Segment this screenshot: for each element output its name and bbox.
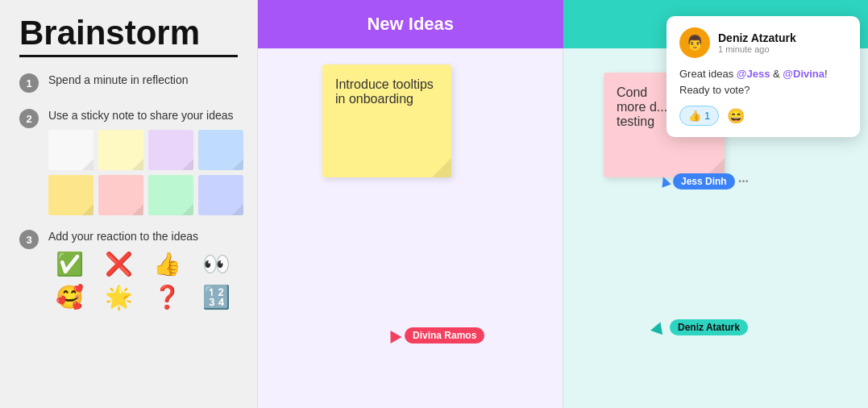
reaction-eyes[interactable]: 👀 — [195, 251, 238, 277]
step-1-number: 1 — [19, 73, 39, 93]
step-2-number: 2 — [19, 109, 39, 128]
column-header-new-ideas: New Ideas — [258, 0, 563, 48]
reaction-count: 1 — [704, 110, 710, 122]
cursor-jess: Jess Dinh ··· — [660, 173, 749, 189]
cursor-badge-jess: Jess Dinh — [673, 173, 735, 189]
cursor-divina: Divina Ramos — [387, 327, 484, 343]
sticky-introduce-tooltips[interactable]: Introduce tooltips in onboarding — [322, 65, 451, 177]
mention-jess: @Jess — [737, 68, 770, 80]
cursor-deniz: Deniz Ataturk — [652, 319, 748, 335]
notif-user-info: Deniz Atzaturk 1 minute ago — [718, 31, 847, 54]
step-2-content: Use a sticky note to share your ideas — [48, 109, 243, 215]
notif-header: 👨 Deniz Atzaturk 1 minute ago — [679, 27, 847, 58]
notif-username: Deniz Atzaturk — [718, 31, 847, 44]
steps-list: 1 Spend a minute in reflection 2 Use a s… — [19, 73, 238, 310]
sticky-mini-yellow[interactable] — [98, 130, 143, 170]
step-3-label: Add your reaction to the ideas — [48, 230, 238, 243]
sticky-mini-orange[interactable] — [48, 175, 93, 215]
cursor-arrow-divina — [385, 327, 402, 343]
reactions-grid: ✅ ❌ 👍 👀 🥰 🌟 ❓ 🔢 — [48, 251, 238, 310]
cursor-arrow-deniz — [650, 320, 667, 335]
mention-divina: @Divina — [783, 68, 824, 80]
column-new-ideas: Introduce tooltips in onboarding Divina … — [258, 48, 563, 408]
app-title: Brainstorm — [19, 16, 238, 57]
step-3: 3 Add your reaction to the ideas ✅ ❌ 👍 👀… — [19, 230, 238, 310]
sticky-color-grid — [48, 130, 243, 215]
ellipsis-icon: ··· — [738, 174, 749, 189]
thumbs-up-icon: 👍 — [688, 110, 701, 122]
reaction-question[interactable]: ❓ — [147, 284, 189, 310]
step-3-content: Add your reaction to the ideas ✅ ❌ 👍 👀 🥰… — [48, 230, 238, 310]
sticky-mini-lilac[interactable] — [148, 130, 193, 170]
reaction-cross[interactable]: ❌ — [98, 251, 140, 277]
cursor-arrow-jess — [658, 175, 671, 187]
notif-time: 1 minute ago — [718, 44, 847, 54]
reaction-checkmark[interactable]: ✅ — [48, 251, 91, 277]
thumbs-up-reaction-button[interactable]: 👍 1 — [679, 106, 719, 126]
sticky-mini-white[interactable] — [48, 130, 93, 170]
notif-reactions: 👍 1 😄 — [679, 106, 847, 126]
step-2: 2 Use a sticky note to share your ideas — [19, 109, 238, 215]
reaction-star[interactable]: 🌟 — [98, 284, 140, 310]
reaction-plusone[interactable]: 🔢 — [195, 284, 238, 310]
cursor-badge-deniz: Deniz Ataturk — [670, 319, 748, 335]
step-1-content: Spend a minute in reflection — [48, 73, 238, 94]
reaction-heart[interactable]: 🥰 — [48, 284, 91, 310]
main-area: New Ideas Impro… Introduce tooltips in o… — [258, 0, 868, 408]
step-3-number: 3 — [19, 230, 39, 249]
step-1-label: Spend a minute in reflection — [48, 73, 238, 86]
step-1: 1 Spend a minute in reflection — [19, 73, 238, 94]
reaction-thumbsup[interactable]: 👍 — [147, 251, 189, 277]
emoji-picker-button[interactable]: 😄 — [727, 107, 745, 125]
notification-popup: 👨 Deniz Atzaturk 1 minute ago Great idea… — [667, 16, 860, 137]
step-2-label: Use a sticky note to share your ideas — [48, 109, 243, 122]
cursor-badge-divina: Divina Ramos — [405, 327, 484, 343]
left-panel: Brainstorm 1 Spend a minute in reflectio… — [0, 0, 258, 408]
notif-message: Great ideas @Jess & @Divina! Ready to vo… — [679, 66, 847, 98]
sticky-mini-pink[interactable] — [98, 175, 143, 215]
sticky-mini-green[interactable] — [148, 175, 193, 215]
sticky-mini-blue[interactable] — [198, 130, 243, 170]
notif-avatar: 👨 — [679, 27, 710, 58]
sticky-mini-indigo[interactable] — [198, 175, 243, 215]
